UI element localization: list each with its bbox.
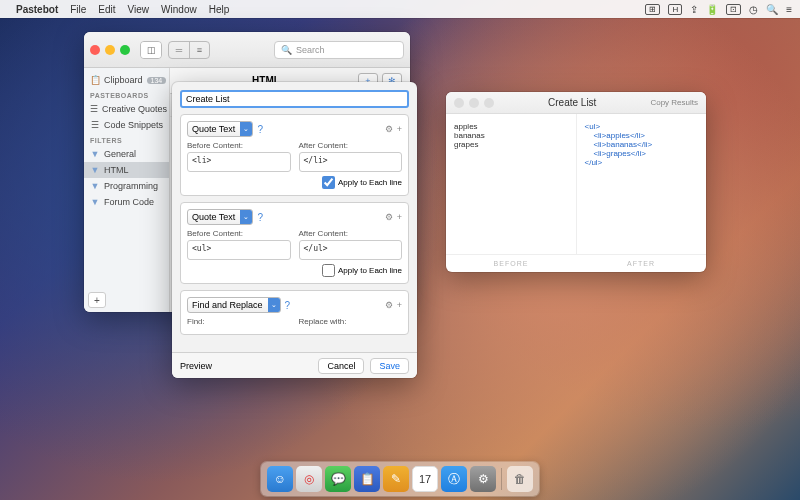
view-toggle[interactable]: ◫ [140,41,162,59]
after-pane: <ul> <li>apples</li> <li>bananas</li> <l… [576,114,707,254]
clock-icon[interactable]: ◷ [749,4,758,15]
dock-messages[interactable]: 💬 [325,466,351,492]
dock: ☺ ◎ 💬 📋 ✎ 17 Ⓐ ⚙ 🗑 [261,462,539,496]
before-label: Before Content: [187,141,291,150]
help-icon[interactable]: ? [285,300,291,311]
before-content-input[interactable]: <li> [187,152,291,172]
sidebar-pasteboard-snippets[interactable]: ☰ Code Snippets [84,117,169,133]
cancel-button[interactable]: Cancel [318,358,364,374]
sidebar-toggle-icon[interactable]: ◫ [141,42,161,58]
sidebar-clipboard[interactable]: 📋 Clipboard 134 [84,72,169,88]
list-icon: ☰ [90,104,98,114]
search-field[interactable]: 🔍 Search [274,41,404,59]
layout-toggle[interactable]: ═ ≡ [168,41,210,59]
add-step-icon[interactable]: + [397,300,402,310]
preview-button[interactable]: Preview [180,361,212,371]
after-label: AFTER [576,255,706,272]
add-button[interactable]: + [88,292,106,308]
replace-label: Replace with: [299,317,403,326]
chevron-down-icon: ⌄ [268,298,280,312]
label: Programming [104,181,158,191]
dropbox-icon[interactable]: ⇪ [690,4,698,15]
filter-editor-window: Quote Text ⌄ ? ⚙ + Before Content: <li> … [172,82,417,378]
status-icon-1[interactable]: ⊞ [645,4,660,15]
step-type-select[interactable]: Quote Text ⌄ [187,121,253,137]
menu-file[interactable]: File [70,4,86,15]
zoom-button[interactable] [484,98,494,108]
label: Code Snippets [104,120,163,130]
before-pane: apples bananas grapes [446,114,576,254]
step-type-select[interactable]: Quote Text ⌄ [187,209,253,225]
gear-icon[interactable]: ⚙ [385,300,393,310]
filter-step-3: Find and Replace ⌄ ? ⚙ + Find: Replace w… [180,290,409,335]
step-type-select[interactable]: Find and Replace ⌄ [187,297,281,313]
dock-pastebot[interactable]: 📋 [354,466,380,492]
apply-each-line-checkbox[interactable] [322,264,335,277]
after-content: <ul> <li>apples</li> <li>bananas</li> <l… [585,122,699,167]
close-button[interactable] [90,45,100,55]
save-button[interactable]: Save [370,358,409,374]
add-step-icon[interactable]: + [397,124,402,134]
filter-icon: ▼ [90,197,100,207]
after-content-input[interactable]: </li> [299,152,403,172]
status-icon-3[interactable]: ⊡ [726,4,741,15]
gear-icon[interactable]: ⚙ [385,212,393,222]
gear-icon[interactable]: ⚙ [385,124,393,134]
sidebar-filter-programming[interactable]: ▼ Programming [84,178,169,194]
layout-split-icon[interactable]: ═ [169,42,189,58]
add-step-icon[interactable]: + [397,212,402,222]
chevron-down-icon: ⌄ [240,210,252,224]
help-icon[interactable]: ? [257,124,263,135]
editor-footer: Preview Cancel Save [172,352,417,378]
label: Forum Code [104,197,154,207]
menu-view[interactable]: View [128,4,150,15]
label: General [104,149,136,159]
menu-icon[interactable]: ≡ [786,4,792,15]
help-icon[interactable]: ? [257,212,263,223]
menu-window[interactable]: Window [161,4,197,15]
preview-title: Create List [494,97,650,108]
dock-clips[interactable]: ✎ [383,466,409,492]
dock-sysprefs[interactable]: ⚙ [470,466,496,492]
sidebar-filter-general[interactable]: ▼ General [84,146,169,162]
status-icon-2[interactable]: H [668,4,682,15]
pasteboards-header: PASTEBOARDS [84,88,169,101]
dock-trash[interactable]: 🗑 [507,466,533,492]
dock-appstore[interactable]: Ⓐ [441,466,467,492]
layout-list-icon[interactable]: ≡ [189,42,209,58]
sidebar-filter-html[interactable]: ▼ HTML [84,162,169,178]
main-toolbar: ◫ ═ ≡ 🔍 Search [84,32,410,68]
minimize-button[interactable] [105,45,115,55]
minimize-button[interactable] [469,98,479,108]
sidebar-clipboard-label: Clipboard [104,75,143,85]
menu-help[interactable]: Help [209,4,230,15]
after-content-input[interactable]: </ul> [299,240,403,260]
dock-calendar[interactable]: 17 [412,466,438,492]
battery-icon[interactable]: 🔋 [706,4,718,15]
sidebar-filter-forum[interactable]: ▼ Forum Code [84,194,169,210]
filter-name-input[interactable] [180,90,409,108]
zoom-button[interactable] [120,45,130,55]
magnify-icon: 🔍 [281,45,292,55]
close-button[interactable] [454,98,464,108]
preview-window: Create List Copy Results apples bananas … [446,92,706,272]
search-icon[interactable]: 🔍 [766,4,778,15]
sidebar-pasteboard-quotes[interactable]: ☰ Creative Quotes 14 [84,101,169,117]
step-type-label: Quote Text [192,124,235,134]
app-menu[interactable]: Pastebot [16,4,58,15]
dock-safari[interactable]: ◎ [296,466,322,492]
copy-results-button[interactable]: Copy Results [650,98,698,107]
sidebar: 📋 Clipboard 134 PASTEBOARDS ☰ Creative Q… [84,68,170,312]
before-content-input[interactable]: <ul> [187,240,291,260]
label: HTML [104,165,129,175]
chevron-down-icon: ⌄ [240,122,252,136]
filters-header: FILTERS [84,133,169,146]
clipboard-badge: 134 [147,77,167,84]
step-type-label: Quote Text [192,212,235,222]
menu-edit[interactable]: Edit [98,4,115,15]
after-label: After Content: [299,141,403,150]
find-label: Find: [187,317,291,326]
list-icon: ☰ [90,120,100,130]
apply-each-line-checkbox[interactable] [322,176,335,189]
dock-finder[interactable]: ☺ [267,466,293,492]
